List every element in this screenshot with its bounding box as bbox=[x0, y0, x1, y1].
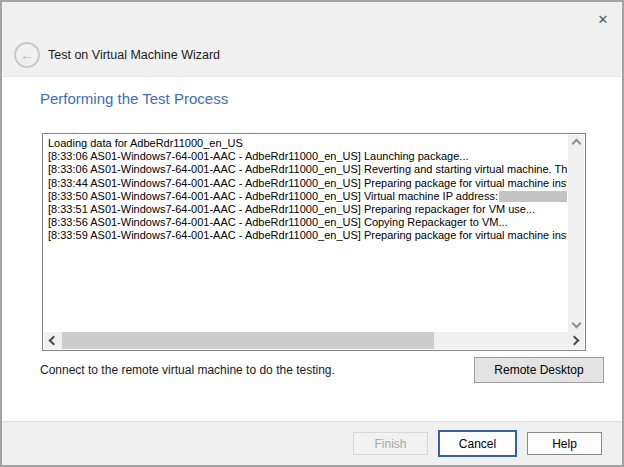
log-line-text: [8:33:59 AS01-Windows7-64-001-AAC - Adbe… bbox=[48, 229, 567, 242]
wizard-window: ← Test on Virtual Machine Wizard ✕ Perfo… bbox=[0, 0, 624, 467]
horizontal-scrollbar[interactable] bbox=[44, 332, 584, 349]
help-button[interactable]: Help bbox=[527, 432, 602, 455]
log-line: [8:33:59 AS01-Windows7-64-001-AAC - Adbe… bbox=[48, 229, 567, 242]
close-button[interactable]: ✕ bbox=[592, 8, 614, 30]
button-bar: Finish Cancel Help bbox=[2, 421, 622, 465]
log-line: [8:33:50 AS01-Windows7-64-001-AAC - Adbe… bbox=[48, 190, 567, 203]
wizard-header: ← Test on Virtual Machine Wizard ✕ bbox=[2, 2, 622, 77]
back-button[interactable]: ← bbox=[14, 42, 40, 68]
remote-desktop-button[interactable]: Remote Desktop bbox=[474, 357, 604, 383]
log-line-text: [8:33:44 AS01-Windows7-64-001-AAC - Adbe… bbox=[48, 177, 567, 190]
scroll-down-icon[interactable] bbox=[571, 319, 581, 329]
log-line: [8:33:06 AS01-Windows7-64-001-AAC - Adbe… bbox=[48, 163, 567, 176]
log-line-text: Loading data for AdbeRdr11000_en_US bbox=[48, 137, 243, 150]
cancel-button[interactable]: Cancel bbox=[438, 430, 517, 457]
log-line-text: [8:33:51 AS01-Windows7-64-001-AAC - Adbe… bbox=[48, 203, 535, 216]
scroll-up-icon[interactable] bbox=[571, 139, 581, 149]
log-line: Loading data for AdbeRdr11000_en_US bbox=[48, 137, 567, 150]
log-line: [8:33:44 AS01-Windows7-64-001-AAC - Adbe… bbox=[48, 177, 567, 190]
redacted-ip-block bbox=[499, 191, 567, 202]
log-line: [8:33:51 AS01-Windows7-64-001-AAC - Adbe… bbox=[48, 203, 567, 216]
log-lines: Loading data for AdbeRdr11000_en_US [8:3… bbox=[44, 136, 567, 331]
close-icon: ✕ bbox=[598, 12, 609, 27]
connect-note: Connect to the remote virtual machine to… bbox=[40, 363, 335, 377]
log-line-text: [8:33:06 AS01-Windows7-64-001-AAC - Adbe… bbox=[48, 150, 469, 163]
wizard-title: Test on Virtual Machine Wizard bbox=[48, 48, 220, 62]
log-line: [8:33:56 AS01-Windows7-64-001-AAC - Adbe… bbox=[48, 216, 567, 229]
log-line-text: [8:33:06 AS01-Windows7-64-001-AAC - Adbe… bbox=[48, 163, 567, 176]
vertical-scrollbar[interactable] bbox=[568, 135, 584, 332]
log-line-text: [8:33:56 AS01-Windows7-64-001-AAC - Adbe… bbox=[48, 216, 508, 229]
finish-button: Finish bbox=[353, 432, 428, 455]
log-line-text: [8:33:50 AS01-Windows7-64-001-AAC - Adbe… bbox=[48, 190, 498, 203]
back-arrow-icon: ← bbox=[20, 48, 34, 62]
page-title: Performing the Test Process bbox=[40, 90, 228, 107]
test-log-listbox[interactable]: Loading data for AdbeRdr11000_en_US [8:3… bbox=[42, 133, 586, 351]
log-line: [8:33:06 AS01-Windows7-64-001-AAC - Adbe… bbox=[48, 150, 567, 163]
horizontal-scrollbar-thumb[interactable] bbox=[62, 332, 434, 349]
scroll-left-icon[interactable] bbox=[49, 336, 59, 346]
scroll-right-icon[interactable] bbox=[570, 336, 580, 346]
